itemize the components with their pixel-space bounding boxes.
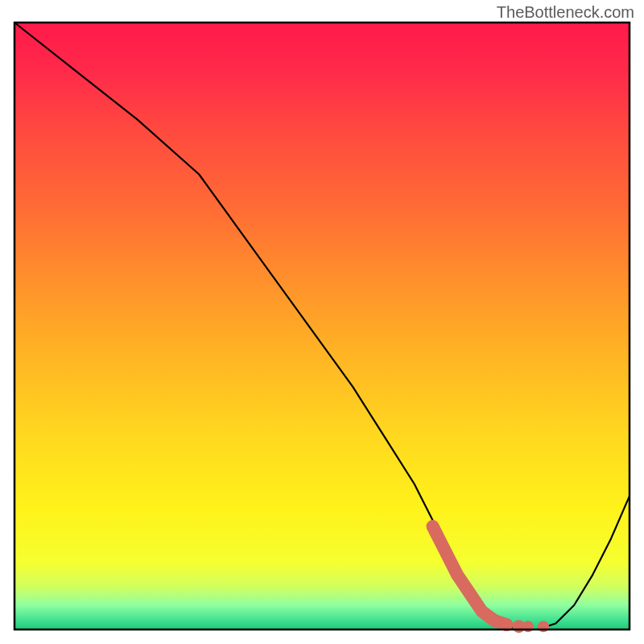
chart-container: TheBottleneck.com	[0, 0, 644, 644]
watermark-text: TheBottleneck.com	[497, 3, 634, 22]
gradient-background	[14, 23, 630, 630]
bottleneck-chart	[0, 0, 644, 644]
